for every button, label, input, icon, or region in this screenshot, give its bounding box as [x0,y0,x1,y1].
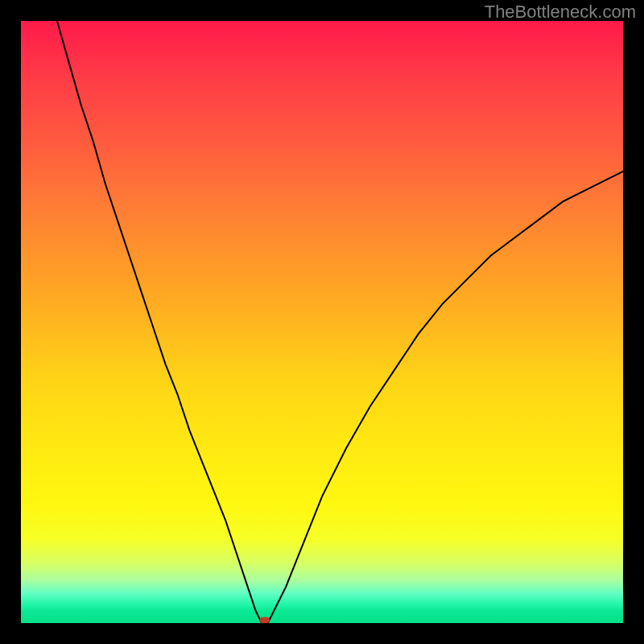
series-left-branch [57,21,262,623]
curve-layer [21,21,623,623]
chart-frame: TheBottleneck.com [0,0,644,644]
plot-area [21,21,623,623]
watermark-label: TheBottleneck.com [485,2,636,23]
series-right-branch [268,171,623,623]
bottleneck-marker [260,617,270,623]
